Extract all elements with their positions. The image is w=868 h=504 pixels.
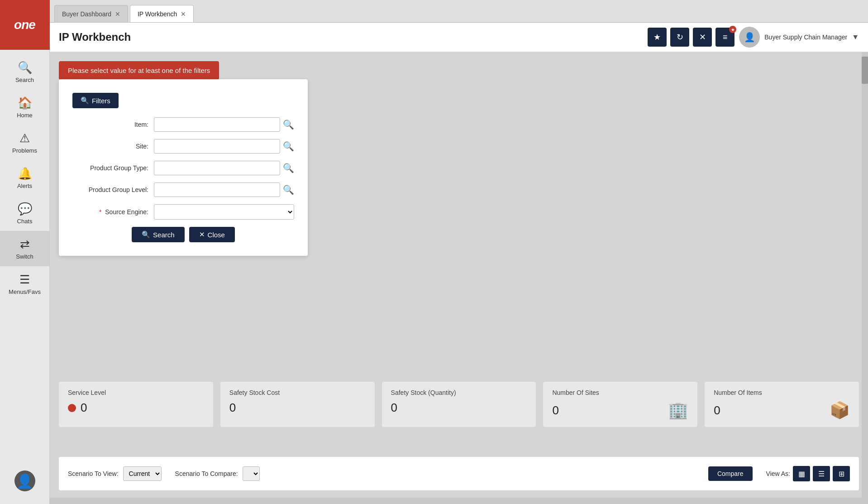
refresh-button[interactable]: ↻ [670,28,689,47]
item-search-icon[interactable]: 🔍 [283,119,294,130]
tab-close-ip-workbench[interactable]: ✕ [181,10,186,18]
site-search-icon[interactable]: 🔍 [283,141,294,152]
card-title-num-sites: Number Of Sites [552,389,688,396]
tab-bar: Buyer Dashboard ✕ IP Workbench ✕ [50,0,868,23]
close-button[interactable]: ✕ [693,28,712,47]
filter-input-wrap-pgt: 🔍 [154,161,294,175]
refresh-icon: ↻ [677,32,683,42]
filter-label-item: Item: [72,121,154,128]
view-as-group: View As: ▦ ☰ ⊞ [766,466,850,481]
filter-input-product-group-type[interactable] [154,161,280,175]
warning-icon: ⚠ [19,131,30,145]
scenario-view-select[interactable]: Current [123,466,162,481]
compare-view-icon: ⊞ [839,470,844,478]
view-as-grid-button[interactable]: ▦ [793,466,810,481]
filter-input-item[interactable] [154,117,280,132]
user-avatar-icon: 👤 [14,470,35,491]
filter-label-product-group-type: Product Group Type: [72,164,154,172]
filter-label-site: Site: [72,143,154,150]
filter-label-source-engine: * Source Engine: [72,208,154,216]
card-num-items: Number Of Items 0 📦 [705,382,859,427]
scenario-view-group: Scenario To View: Current [68,466,162,481]
close-icon: ✕ [699,32,706,42]
scrollbar-bottom[interactable] [50,498,862,504]
scenario-compare-group: Scenario To Compare: [175,466,260,481]
content-area: Please select value for at least one of … [50,52,868,504]
user-role-label: Buyer Supply Chain Manager [764,34,847,41]
view-as-label: View As: [766,470,790,477]
filter-select-source-engine[interactable] [154,204,294,220]
sidebar-item-switch[interactable]: ⇄ Switch [0,231,49,266]
switch-icon: ⇄ [20,237,30,251]
filter-input-site[interactable] [154,139,280,154]
app-logo[interactable]: one [0,0,50,50]
grid-icon: ▦ [798,470,805,478]
sidebar-label-search: Search [15,77,34,83]
sidebar-label-problems: Problems [12,147,37,154]
page-title: IP Workbench [59,31,648,43]
search-icon: 🔍 [18,61,32,75]
tab-ip-workbench[interactable]: IP Workbench ✕ [130,5,194,22]
scrollbar-right[interactable] [862,52,868,504]
menu-button[interactable]: ≡ ★ [715,28,734,47]
tab-close-buyer-dashboard[interactable]: ✕ [115,10,120,18]
sidebar-item-problems[interactable]: ⚠ Problems [0,125,49,160]
card-value-row-safety-stock-cost: 0 [229,401,366,415]
search-button[interactable]: 🔍 Search [132,227,185,242]
close-btn-icon: ✕ [199,230,205,239]
sidebar-label-switch: Switch [16,253,33,260]
sidebar-item-alerts[interactable]: 🔔 Alerts [0,160,49,196]
sidebar-item-user[interactable]: 👤 [0,464,49,499]
sidebar-label-alerts: Alerts [17,182,32,189]
pgl-search-icon[interactable]: 🔍 [283,184,294,195]
box-icon: 📦 [830,401,850,420]
filter-row-source-engine: * Source Engine: [72,204,294,220]
user-section: 👤 Buyer Supply Chain Manager ▼ [739,27,859,48]
sidebar-item-menus[interactable]: ☰ Menus/Favs [0,266,49,302]
list-icon: ☰ [818,470,825,478]
home-icon: 🏠 [18,96,32,110]
card-title-safety-stock-qty: Safety Stock (Quantity) [391,389,527,396]
avatar: 👤 [739,27,760,48]
filters-button[interactable]: 🔍 Filters [72,93,119,108]
star-button[interactable]: ★ [648,28,667,47]
close-filter-button[interactable]: ✕ Close [189,227,235,242]
view-as-list-button[interactable]: ☰ [813,466,830,481]
filter-input-wrap-site: 🔍 [154,139,294,154]
filter-row-site: Site: 🔍 [72,139,294,154]
sidebar-item-chats[interactable]: 💬 Chats [0,196,49,231]
card-value-row-safety-stock-qty: 0 [391,401,527,415]
compare-btn-label: Compare [717,470,744,477]
card-num-sites: Number Of Sites 0 🏢 [543,382,697,427]
pgt-search-icon[interactable]: 🔍 [283,163,294,173]
tab-label-ip-workbench: IP Workbench [138,10,177,18]
compare-button[interactable]: Compare [708,466,753,481]
notification-badge: ★ [729,26,736,33]
tab-buyer-dashboard[interactable]: Buyer Dashboard ✕ [54,5,128,22]
cards-section: Service Level 0 Safety Stock Cost 0 Safe… [59,382,859,427]
sidebar-item-home[interactable]: 🏠 Home [0,90,49,125]
filter-input-wrap-pgl: 🔍 [154,182,294,197]
sidebar-bottom: 👤 [0,464,49,504]
card-value-num-sites: 0 [552,403,558,418]
filter-row-product-group-type: Product Group Type: 🔍 [72,161,294,175]
scenario-compare-label: Scenario To Compare: [175,470,238,477]
sidebar-label-chats: Chats [17,218,33,225]
close-btn-label: Close [208,231,225,239]
filters-button-label: Filters [92,97,110,105]
view-as-compare-button[interactable]: ⊞ [833,466,850,481]
sidebar-item-search[interactable]: 🔍 Search [0,54,49,90]
filter-input-wrap-source-engine [154,204,294,220]
required-indicator: * [99,208,101,216]
filter-row-item: Item: 🔍 [72,117,294,132]
chat-icon: 💬 [18,202,32,216]
filter-input-product-group-level[interactable] [154,182,280,197]
user-dropdown-arrow[interactable]: ▼ [852,33,859,41]
scenario-compare-select[interactable] [243,466,260,481]
error-banner: Please select value for at least one of … [59,61,219,80]
filter-input-wrap-item: 🔍 [154,117,294,132]
filter-search-icon: 🔍 [81,96,89,105]
card-title-safety-stock-cost: Safety Stock Cost [229,389,366,396]
card-safety-stock-qty: Safety Stock (Quantity) 0 [382,382,536,427]
scrollbar-thumb-right[interactable] [862,57,868,84]
